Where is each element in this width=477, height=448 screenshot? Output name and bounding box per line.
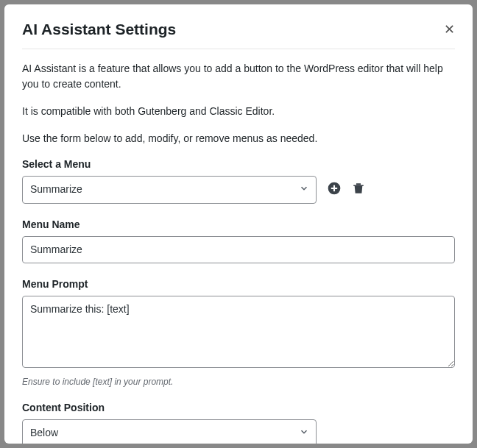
menu-name-label: Menu Name: [22, 218, 455, 230]
menu-prompt-label: Menu Prompt: [22, 278, 455, 290]
close-icon: ✕: [444, 22, 455, 37]
select-menu-dropdown[interactable]: Summarize: [22, 176, 317, 204]
intro-paragraph-2: It is compatible with both Gutenberg and…: [22, 104, 455, 119]
content-position-label: Content Position: [22, 402, 455, 413]
trash-icon: [352, 182, 365, 198]
intro-paragraph-1: AI Assistant is a feature that allows yo…: [22, 61, 455, 92]
menu-name-input[interactable]: [22, 236, 455, 264]
plus-circle-icon: [327, 181, 342, 199]
close-button[interactable]: ✕: [444, 23, 455, 36]
modal-header: AI Assistant Settings ✕: [22, 21, 455, 49]
settings-modal: AI Assistant Settings ✕ AI Assistant is …: [4, 4, 473, 444]
add-menu-button[interactable]: [327, 181, 342, 199]
select-menu-label: Select a Menu: [22, 158, 455, 170]
modal-title: AI Assistant Settings: [22, 21, 176, 38]
intro-paragraph-3: Use the form below to add, modify, or re…: [22, 131, 455, 146]
menu-prompt-textarea[interactable]: [22, 296, 455, 368]
delete-menu-button[interactable]: [352, 182, 365, 198]
content-position-dropdown[interactable]: Below: [22, 419, 317, 444]
menu-prompt-hint: Ensure to include [text] in your prompt.: [22, 377, 455, 387]
